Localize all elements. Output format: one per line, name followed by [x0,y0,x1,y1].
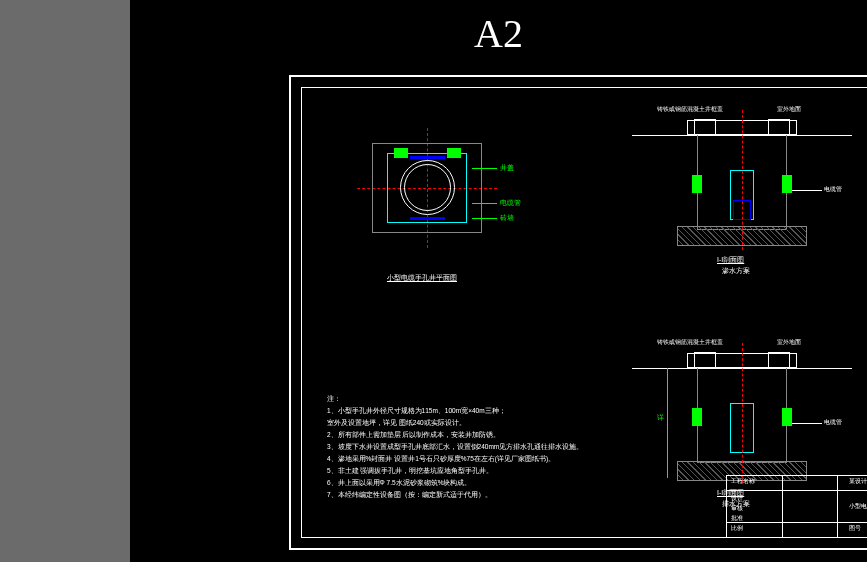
plan-corner-block [447,148,461,158]
sheet-inner-frame: 井盖 电缆管 砖墙 小型电缆手孔井平面图 铸铁或钢筋混凝土井框盖 室外地面 [301,87,867,538]
plan-cable-bottom [410,217,445,220]
plan-cable-top [410,156,445,159]
notes-block: 注： 1、小型手孔井外径尺寸规格为115m、100m宽×40m三种； 室外及设置… [327,393,607,501]
plan-label-cable: 电缆管 [500,198,521,208]
sheet-outer-frame: 井盖 电缆管 砖墙 小型电缆手孔井平面图 铸铁或钢筋混凝土井框盖 室外地面 [289,75,867,550]
leader-line [792,423,822,424]
cap-block [768,119,790,135]
plan-view: 井盖 电缆管 砖墙 小型电缆手孔井平面图 [332,118,542,288]
cap-block [694,119,716,135]
plan-view-title: 小型电缆手孔井平面图 [387,273,457,283]
section-centerline [742,343,743,483]
note-line: 2、所有部件上需加垫层 后以制作成本，安装并加防锈。 [327,429,607,441]
plan-label-wall: 砖墙 [500,213,514,223]
section-label-cable: 电缆管 [824,418,842,427]
cad-viewport: A2 井盖 电缆管 砖墙 小型电缆手孔井平面图 [130,0,867,562]
section-title: I-I剖面图 [717,255,744,265]
cable-entry [692,408,702,426]
tb-company: 某设计研究院有限公司 [847,476,867,487]
notes-header: 注： [327,393,607,405]
leader-line [472,218,497,219]
plan-label-cover: 井盖 [500,163,514,173]
leader-line [472,203,497,204]
section-label-cover: 铸铁或钢筋混凝土井框盖 [657,105,723,114]
leader-line [792,190,822,191]
note-line: 4、渗地采用%封面并 设置井1号石只砂厚度%75在左右(详见厂家图纸书)。 [327,453,607,465]
note-line: 5、非土建 强调拔手孔井，明挖基坑应地角型手孔井。 [327,465,607,477]
note-line: 1、小型手孔井外径尺寸规格为115m、100m宽×40m三种； [327,405,607,417]
cap-block [694,352,716,368]
section-label-ground: 室外地面 [777,338,801,347]
section-view-upper: 铸铁或钢筋混凝土井框盖 室外地面 电缆管 I-I剖面图 渗水方案 [622,100,862,275]
cable-entry [692,175,702,193]
tb-row: 比例 图号 电施 [727,523,867,538]
tb-sheet-label: 图号 [847,523,863,534]
ground-hatch [632,135,692,143]
tb-row: 工程名称 某设计研究院有限公司 [727,476,867,491]
dim-label: 详 [657,413,664,423]
plan-corner-block [394,148,408,158]
section-centerline [742,110,743,250]
tb-scale-label: 比例 [729,523,745,534]
note-line: 3、坡度下水并设置成型手孔井底部汇水，设置倒240mm见方排水孔通往排水设施。 [327,441,607,453]
tb-drawing-name: 小型电缆手孔井 示意图(1) [847,501,867,512]
dimension-vertical [667,368,668,478]
sheet-size-label: A2 [474,10,523,57]
section-label-ground: 室外地面 [777,105,801,114]
title-block: 工程名称 某设计研究院有限公司 设计 审核 批准 小型电缆手孔井 示意图(1) … [726,475,867,537]
cable-entry [782,408,792,426]
note-line: 6、井上面以采用Φ 7.5水泥砂浆砌筑%块构成。 [327,477,607,489]
cap-block [768,352,790,368]
ground-hatch [792,135,852,143]
section-label-cover: 铸铁或钢筋混凝土井框盖 [657,338,723,347]
cable-entry [782,175,792,193]
section-subtitle: 渗水方案 [722,266,750,276]
leader-line [472,168,497,169]
note-line: 7、本经纬编定性设备图（按：编定新式适于代用）。 [327,489,607,501]
section-label-cable: 电缆管 [824,185,842,194]
tb-company-label: 工程名称 [729,476,757,487]
note-line: 室外及设置地坪，详见 图纸240或实际设计。 [327,417,607,429]
tb-row: 设计 审核 批准 小型电缆手孔井 示意图(1) [727,491,867,523]
plan-manhole-inner [404,164,451,211]
